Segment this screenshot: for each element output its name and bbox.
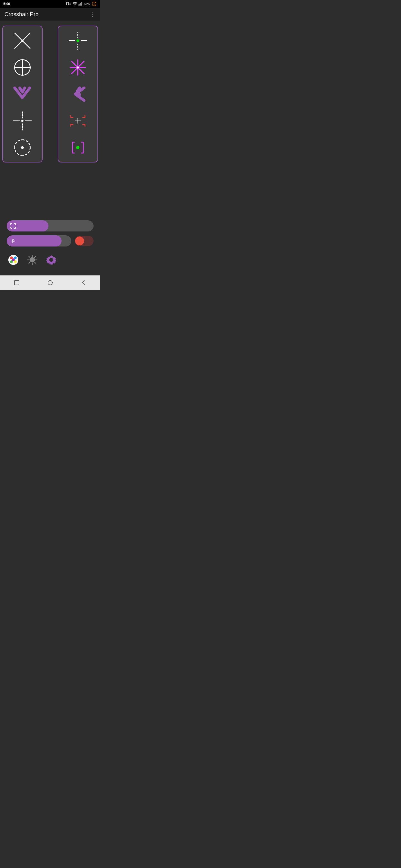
main-content	[0, 21, 100, 273]
opacity-icon	[10, 238, 16, 244]
bottom-icons-row	[7, 251, 93, 269]
top-bar: Crosshair Pro ⋮	[0, 8, 100, 21]
status-bar: 5:00 4G 52% +	[0, 0, 100, 8]
settings-icon[interactable]	[45, 253, 58, 267]
svg-point-58	[49, 258, 53, 262]
svg-point-11	[22, 39, 24, 42]
nav-back-button[interactable]	[78, 277, 89, 288]
more-vert-icon[interactable]: ⋮	[90, 11, 96, 18]
svg-point-47	[12, 258, 15, 261]
bracket-crosshair[interactable]	[67, 110, 89, 132]
svg-point-48	[30, 257, 35, 262]
nav-bar	[0, 275, 100, 290]
toggle-knob	[75, 237, 84, 245]
nav-circle-button[interactable]	[45, 277, 56, 288]
svg-rect-59	[15, 280, 19, 285]
left-chevron-crosshair[interactable]	[67, 83, 89, 105]
right-panel[interactable]	[58, 26, 98, 162]
svg-point-19	[22, 120, 24, 122]
panel-spacer	[45, 26, 55, 162]
nav-square-button[interactable]	[11, 277, 22, 288]
svg-text:4G: 4G	[69, 3, 71, 5]
color-toggle[interactable]	[75, 236, 93, 246]
spacer-area	[2, 167, 98, 217]
svg-text:+: +	[93, 2, 95, 6]
status-left: 5:00	[3, 2, 10, 6]
app-title: Crosshair Pro	[4, 11, 38, 18]
battery-percent: 52%	[84, 2, 90, 6]
svg-point-25	[77, 39, 79, 42]
bracket-dot-crosshair[interactable]	[67, 136, 89, 159]
opacity-toggle-row	[7, 235, 93, 247]
svg-point-60	[48, 280, 52, 285]
signal-icon	[79, 2, 82, 6]
svg-line-53	[29, 256, 30, 258]
chevron-crosshair[interactable]	[11, 83, 34, 105]
svg-rect-5	[81, 3, 81, 6]
dot-crosshair[interactable]	[11, 110, 34, 132]
sim-icon: 4G	[66, 2, 71, 6]
expand-slider-fill	[7, 220, 49, 231]
expand-icon	[10, 223, 16, 229]
svg-rect-4	[79, 4, 80, 6]
bottom-controls	[2, 217, 98, 271]
expand-slider-track[interactable]	[7, 220, 93, 231]
svg-rect-1	[67, 2, 68, 3]
dashed-dot-crosshair[interactable]	[67, 30, 89, 52]
svg-rect-3	[79, 4, 79, 6]
svg-rect-6	[81, 2, 82, 6]
svg-point-33	[76, 146, 80, 149]
x-crosshair[interactable]	[11, 30, 34, 52]
circle-dot-crosshair[interactable]	[11, 136, 34, 159]
wifi-icon	[73, 2, 77, 6]
svg-line-56	[29, 262, 30, 264]
status-right: 4G 52% +	[66, 2, 97, 6]
expand-slider-row	[7, 220, 93, 231]
opacity-slider-track[interactable]	[7, 235, 71, 247]
svg-line-55	[34, 256, 36, 258]
svg-line-54	[34, 262, 36, 264]
charge-icon: +	[91, 2, 97, 6]
svg-point-20	[21, 146, 24, 149]
brightness-icon[interactable]	[26, 253, 39, 267]
star-crosshair[interactable]	[67, 56, 89, 79]
palette-icon[interactable]	[7, 253, 20, 267]
circle-crosshair[interactable]	[11, 56, 34, 79]
left-panel[interactable]	[2, 26, 42, 162]
time-display: 5:00	[3, 2, 10, 6]
opacity-slider-fill	[7, 235, 61, 247]
panels-row	[2, 26, 98, 162]
